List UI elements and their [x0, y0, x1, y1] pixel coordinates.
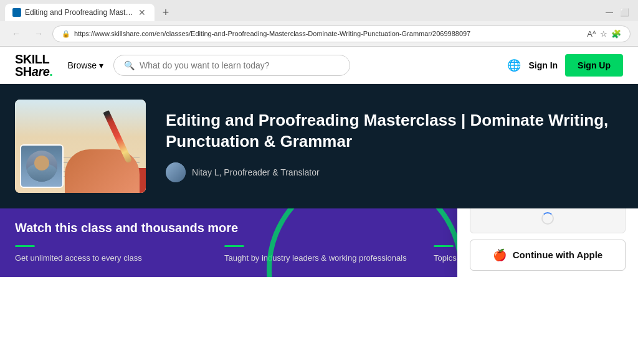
tab-favicon [12, 8, 21, 17]
lower-item-text-2: Taught by industry leaders & working pro… [224, 252, 414, 264]
url-text: https://www.skillshare.com/en/classes/Ed… [74, 30, 583, 37]
back-button[interactable]: ← [7, 25, 25, 42]
maximize-button[interactable]: ⬜ [621, 9, 628, 16]
tab-title: Editing and Proofreading Maste… [25, 8, 133, 17]
logo-bottom: SHare. [15, 65, 52, 78]
reader-icon[interactable]: Aᴬ [587, 29, 596, 39]
tab-bar: Editing and Proofreading Maste… ✕ + — ⬜ [0, 0, 638, 21]
apple-signup-button[interactable]: 🍎 Continue with Apple [470, 240, 626, 271]
google-spinner-icon [541, 212, 554, 225]
skillshare-app: SKILL SHare. Browse ▾ 🔍 🌐 Sign In Sign U… [0, 47, 638, 277]
search-box[interactable]: 🔍 [113, 55, 350, 76]
header-right: 🌐 Sign In Sign Up [507, 54, 623, 77]
search-input[interactable] [140, 60, 340, 70]
sign-up-button[interactable]: Sign Up [565, 54, 623, 77]
apple-label: Continue with Apple [513, 250, 602, 260]
lower-item-bar-3 [434, 245, 454, 247]
tab-close-button[interactable]: ✕ [137, 7, 147, 17]
new-tab-button[interactable]: + [157, 4, 174, 21]
signup-card: Get Started for Free f Continue with Fac… [457, 208, 638, 277]
logo-top: SKILL [15, 53, 52, 65]
globe-icon[interactable]: 🌐 [507, 58, 521, 72]
search-icon: 🔍 [124, 60, 135, 70]
url-action-icons: Aᴬ ☆ 🧩 [587, 29, 621, 39]
url-box[interactable]: 🔒 https://www.skillshare.com/en/classes/… [52, 26, 631, 42]
chevron-down-icon: ▾ [99, 60, 103, 70]
browser-chrome: Editing and Proofreading Maste… ✕ + — ⬜ … [0, 0, 638, 47]
browse-button[interactable]: Browse ▾ [67, 60, 103, 70]
minimize-button[interactable]: — [606, 9, 613, 16]
lower-item-bar-1 [15, 245, 35, 247]
sign-in-button[interactable]: Sign In [528, 60, 558, 70]
hero-content: Editing and Proofreading Masterclass | D… [166, 110, 623, 182]
window-controls: — ⬜ [606, 9, 633, 16]
bookmark-icon[interactable]: ☆ [600, 29, 607, 39]
course-title: Editing and Proofreading Masterclass | D… [166, 110, 623, 152]
extensions-icon[interactable]: 🧩 [611, 29, 621, 39]
hero-main-image [15, 100, 146, 193]
active-tab[interactable]: Editing and Proofreading Maste… ✕ [5, 4, 155, 21]
author-info: Nitay L, Proofreader & Translator [166, 162, 623, 182]
lock-icon: 🔒 [62, 30, 70, 38]
lower-item-bar-2 [224, 245, 244, 247]
skillshare-header: SKILL SHare. Browse ▾ 🔍 🌐 Sign In Sign U… [0, 47, 638, 84]
instructor-avatar-image [21, 146, 62, 187]
hero-images [15, 100, 146, 193]
address-bar: ← → 🔒 https://www.skillshare.com/en/clas… [0, 21, 638, 46]
hero-inset-image [20, 144, 64, 188]
hero-section: Editing and Proofreading Masterclass | D… [0, 84, 638, 208]
lower-item-2: Taught by industry leaders & working pro… [224, 245, 414, 264]
lower-item-text-1: Get unlimited access to every class [15, 252, 204, 264]
google-signup-button[interactable] [470, 208, 626, 233]
author-avatar [166, 162, 186, 182]
skillshare-logo[interactable]: SKILL SHare. [15, 53, 52, 78]
author-name: Nitay L, Proofreader & Translator [192, 167, 320, 177]
forward-button[interactable]: → [30, 25, 47, 42]
apple-icon: 🍎 [493, 248, 507, 262]
lower-section: Watch this class and thousands more Get … [0, 208, 638, 277]
lower-item-1: Get unlimited access to every class [15, 245, 204, 264]
